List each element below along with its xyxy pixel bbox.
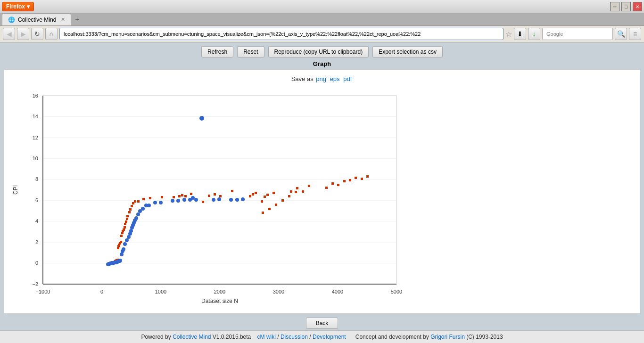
search-go-button[interactable]: 🔍 <box>615 28 627 40</box>
svg-rect-67 <box>142 198 145 200</box>
title-bar: Firefox ▾ ─ □ ✕ <box>0 0 644 13</box>
cm-link[interactable]: Collective Mind <box>173 334 213 340</box>
svg-text:1000: 1000 <box>155 289 166 294</box>
menu-button[interactable]: ≡ <box>629 28 641 40</box>
back-bar: Back <box>4 318 640 329</box>
svg-point-153 <box>235 198 239 202</box>
svg-point-123 <box>120 253 124 256</box>
svg-rect-66 <box>137 200 140 203</box>
svg-point-130 <box>129 229 133 233</box>
svg-rect-59 <box>126 218 128 220</box>
reload-nav-button[interactable]: ↻ <box>31 28 43 40</box>
svg-text:0: 0 <box>100 289 103 294</box>
sep3: / <box>309 334 313 340</box>
svg-text:6: 6 <box>35 197 38 203</box>
download-button[interactable]: ↓ <box>528 28 540 40</box>
concept-text: Concept and development by <box>355 334 429 340</box>
svg-rect-79 <box>231 190 233 192</box>
svg-text:2: 2 <box>35 239 38 245</box>
dropdown-arrow: ▾ <box>27 3 30 10</box>
win-controls: ─ □ ✕ <box>610 2 642 11</box>
svg-rect-85 <box>266 194 269 196</box>
svg-rect-104 <box>295 191 297 193</box>
discussion-link[interactable]: Discussion <box>281 334 308 340</box>
svg-rect-61 <box>128 211 131 213</box>
svg-rect-96 <box>355 177 357 179</box>
url-input[interactable] <box>59 28 504 40</box>
svg-point-125 <box>122 247 125 251</box>
tab-icon: 🌐 <box>8 16 15 23</box>
svg-rect-101 <box>275 204 277 206</box>
save-as-bar: Save as png eps pdf <box>10 75 634 82</box>
svg-rect-58 <box>125 220 127 223</box>
svg-point-127 <box>125 238 129 242</box>
star-button[interactable]: ☆ <box>505 30 512 39</box>
reset-button[interactable]: Reset <box>237 46 264 57</box>
page-content: Refresh Reset Reproduce (copy URL to cli… <box>0 42 644 339</box>
search-input[interactable] <box>542 28 613 40</box>
svg-rect-69 <box>161 196 163 198</box>
svg-rect-102 <box>281 199 284 202</box>
svg-rect-94 <box>343 180 346 182</box>
svg-rect-68 <box>149 197 151 199</box>
svg-rect-89 <box>302 190 304 193</box>
svg-rect-72 <box>181 194 183 196</box>
bookmark-button[interactable]: ⬇ <box>514 28 526 40</box>
maximize-button[interactable]: □ <box>621 2 631 11</box>
svg-rect-52 <box>120 235 123 237</box>
svg-point-128 <box>127 235 131 239</box>
refresh-button[interactable]: Refresh <box>201 46 233 57</box>
svg-text:0: 0 <box>35 260 38 266</box>
svg-rect-76 <box>208 195 210 197</box>
svg-rect-60 <box>126 215 129 217</box>
author-link[interactable]: Grigori Fursin <box>430 334 465 340</box>
development-link[interactable]: Development <box>313 334 346 340</box>
svg-text:10: 10 <box>33 155 38 161</box>
svg-point-143 <box>171 199 174 203</box>
new-tab-button[interactable]: + <box>71 13 83 25</box>
svg-text:Dataset size N: Dataset size N <box>201 298 238 304</box>
svg-point-151 <box>217 197 221 201</box>
svg-rect-78 <box>219 195 222 197</box>
svg-text:CPI: CPI <box>12 185 19 195</box>
svg-rect-90 <box>308 185 310 187</box>
back-button[interactable]: Back <box>306 318 339 329</box>
firefox-label: Firefox <box>6 3 25 10</box>
tab-close-icon[interactable]: ✕ <box>61 16 65 23</box>
svg-rect-73 <box>184 195 187 197</box>
svg-rect-97 <box>361 178 363 180</box>
svg-rect-70 <box>173 196 175 198</box>
svg-rect-99 <box>262 212 264 214</box>
svg-point-148 <box>194 198 198 202</box>
svg-text:4000: 4000 <box>332 289 343 294</box>
svg-rect-81 <box>252 193 254 196</box>
svg-point-147 <box>191 196 195 200</box>
svg-point-149 <box>199 116 204 121</box>
save-pdf-link[interactable]: pdf <box>343 75 352 82</box>
svg-text:−2: −2 <box>32 281 38 287</box>
close-button[interactable]: ✕ <box>633 2 642 11</box>
minimize-button[interactable]: ─ <box>610 2 619 11</box>
forward-nav-button[interactable]: ▶ <box>17 28 29 40</box>
svg-point-154 <box>241 197 245 201</box>
tab-label: Collective Mind <box>18 16 56 23</box>
save-png-link[interactable]: png <box>316 75 326 82</box>
svg-rect-100 <box>268 208 271 210</box>
svg-text:3000: 3000 <box>273 289 284 294</box>
wiki-link[interactable]: cM wiki <box>257 334 276 340</box>
export-button[interactable]: Export selection as csv <box>372 46 443 57</box>
home-nav-button[interactable]: ⌂ <box>45 28 58 40</box>
reproduce-button[interactable]: Reproduce (copy URL to clipboard) <box>268 46 369 57</box>
svg-text:8: 8 <box>35 176 38 182</box>
svg-point-144 <box>176 199 180 203</box>
firefox-button[interactable]: Firefox ▾ <box>2 2 34 11</box>
back-nav-button[interactable]: ◀ <box>3 28 15 40</box>
active-tab[interactable]: 🌐 Collective Mind ✕ <box>2 13 71 25</box>
svg-point-126 <box>123 242 127 246</box>
svg-point-150 <box>212 198 215 202</box>
svg-rect-91 <box>325 187 328 189</box>
save-eps-link[interactable]: eps <box>330 75 340 82</box>
svg-text:−1000: −1000 <box>36 289 50 294</box>
svg-rect-93 <box>337 184 339 186</box>
svg-rect-98 <box>366 175 369 178</box>
